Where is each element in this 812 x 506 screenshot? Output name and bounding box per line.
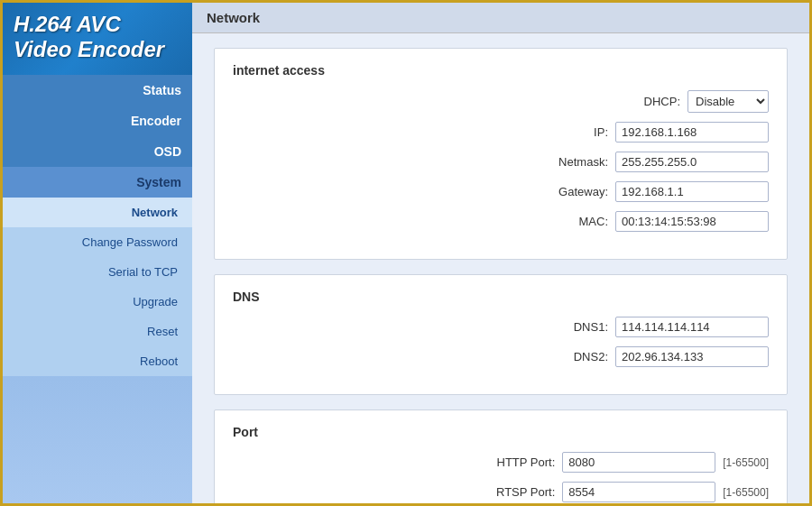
sidebar-item-change-password[interactable]: Change Password [3,227,192,257]
sidebar-item-reset[interactable]: Reset [3,317,192,346]
netmask-label: Netmask: [536,155,608,169]
rtsp-port-hint: [1-65500] [723,486,769,499]
netmask-row: Netmask: [233,152,769,172]
sidebar-item-system: System [3,167,192,198]
port-section: Port HTTP Port: [1-65500] RTSP Port: [1-… [214,409,788,503]
sidebar-item-encoder[interactable]: Encoder [3,106,192,136]
sidebar-item-reboot[interactable]: Reboot [3,346,192,376]
netmask-input[interactable] [615,152,769,172]
gateway-input[interactable] [615,181,769,202]
sidebar-item-network[interactable]: Network [3,198,192,227]
dhcp-row: DHCP: Disable Enable [233,90,769,113]
rtsp-port-label: RTSP Port: [483,485,555,499]
sidebar-item-serial-to-tcp[interactable]: Serial to TCP [3,257,192,287]
sidebar: H.264 AVC Video Encoder Status Encoder O… [3,3,192,503]
http-port-label: HTTP Port: [483,455,555,469]
mac-input[interactable] [615,211,769,232]
rtsp-port-row: RTSP Port: [1-65500] [233,482,769,502]
gateway-label: Gateway: [536,185,608,198]
internet-access-section: internet access DHCP: Disable Enable IP:… [214,48,788,260]
port-title: Port [233,425,769,439]
internet-access-title: internet access [233,63,769,78]
main-content: Network internet access DHCP: Disable En… [192,3,809,503]
dns2-row: DNS2: [233,346,769,367]
mac-label: MAC: [536,215,608,228]
ip-row: IP: [233,122,769,143]
mac-row: MAC: [233,211,769,232]
ip-label: IP: [536,125,608,139]
dns1-input[interactable] [615,317,769,337]
sidebar-nav: Status Encoder OSD System Network Change… [3,75,192,503]
content-area: internet access DHCP: Disable Enable IP:… [192,33,809,503]
rtsp-port-input[interactable] [562,482,715,502]
sidebar-item-osd[interactable]: OSD [3,136,192,167]
dns2-input[interactable] [615,346,769,367]
dns1-label: DNS1: [536,320,608,334]
http-port-row: HTTP Port: [1-65500] [233,452,769,473]
dhcp-select[interactable]: Disable Enable [687,90,769,113]
ip-input[interactable] [615,122,769,143]
dns-title: DNS [233,290,769,304]
app-title: H.264 AVC Video Encoder [14,12,164,61]
sidebar-item-upgrade[interactable]: Upgrade [3,287,192,317]
http-port-input[interactable] [562,452,715,473]
http-port-hint: [1-65500] [723,456,769,469]
dhcp-label: DHCP: [608,95,680,108]
dns2-label: DNS2: [536,350,608,363]
page-title: Network [192,3,809,33]
dns1-row: DNS1: [233,317,769,337]
dns-section: DNS DNS1: DNS2: [214,274,788,395]
gateway-row: Gateway: [233,181,769,202]
sidebar-header: H.264 AVC Video Encoder [3,3,192,75]
sidebar-item-status[interactable]: Status [3,75,192,106]
